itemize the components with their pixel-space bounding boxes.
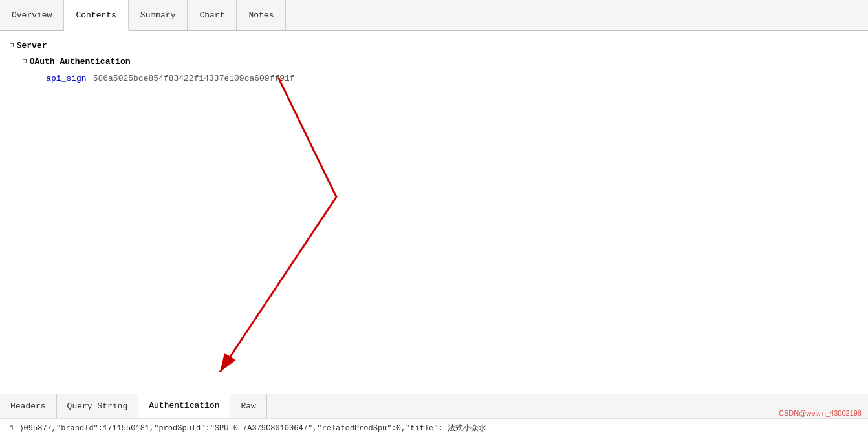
api-sign-value: 586a5025bce854f83422f14337e109ca609ff91f [93,71,295,86]
tree-row-server: ⊟ Server [10,37,858,54]
footer-chinese: 法式小众水 [448,424,486,433]
bottom-tab-bar: Headers Query String Authentication Raw [0,394,868,418]
tab-summary[interactable]: Summary [129,0,188,30]
server-label: Server [17,38,47,53]
toggle-server[interactable]: ⊟ [10,39,14,52]
content-area: ⊟ Server ⊟ OAuth Authentication └─ api_s… [0,31,868,394]
connector-icon: └─ [36,72,44,85]
footer-content: 1 )095877,"brandId":1711550181,"prodSpuI… [0,418,868,444]
tab-overview[interactable]: Overview [0,0,64,30]
oauth-label: OAuth Authentication [30,54,131,69]
main-container: Overview Contents Summary Chart Notes ⊟ … [0,0,868,444]
tree-row-oauth: ⊟ OAuth Authentication [23,54,858,70]
toggle-oauth[interactable]: ⊟ [23,56,27,69]
tab-contents[interactable]: Contents [64,0,128,31]
tab-query-string[interactable]: Query String [57,394,139,418]
tab-authentication[interactable]: Authentication [138,394,230,418]
tree-row-apisign: └─ api_sign 586a5025bce854f83422f14337e1… [36,70,858,87]
tab-chart[interactable]: Chart [188,0,237,30]
tree-root: ⊟ Server ⊟ OAuth Authentication └─ api_s… [10,37,858,87]
tab-notes[interactable]: Notes [237,0,286,30]
footer-text: 1 )095877,"brandId":1711550181,"prodSpuI… [10,424,443,433]
tab-raw[interactable]: Raw [230,394,266,418]
red-arrow-line [220,77,336,372]
watermark: CSDN@weixin_43002198 [779,409,862,417]
tab-headers[interactable]: Headers [0,394,57,418]
api-sign-key: api_sign [46,71,86,86]
top-tab-bar: Overview Contents Summary Chart Notes [0,0,868,31]
